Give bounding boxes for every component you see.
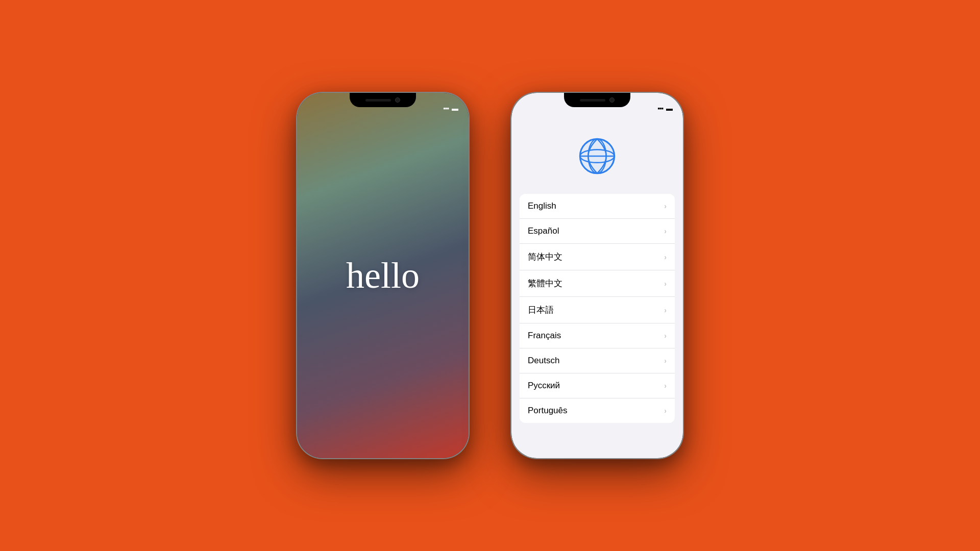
hello-label: hello [346,255,420,297]
lang-screen: ▪▪▪ ▬ [511,93,683,458]
notch [564,93,630,107]
chevron-icon: › [664,253,667,261]
battery-icon: ▬ [666,105,673,112]
chevron-icon: › [664,332,667,340]
phone-lang: ▪▪▪ ▬ [510,92,684,459]
list-item[interactable]: 日本語 › [520,297,675,323]
phone-hello: ▪▪▪ ▬ hello [296,92,470,459]
language-name: Deutsch [528,356,559,366]
list-item[interactable]: English › [520,194,675,219]
svg-point-4 [580,139,614,173]
chevron-icon: › [664,280,667,288]
language-name: Français [528,331,561,341]
camera [395,97,400,103]
speaker [580,99,605,102]
battery-icon: ▬ [452,105,458,112]
chevron-icon: › [664,357,667,365]
list-item[interactable]: Русский › [520,373,675,398]
language-name: Español [528,226,559,236]
list-item[interactable]: Español › [520,219,675,244]
language-name: English [528,201,556,211]
chevron-icon: › [664,407,667,415]
list-item[interactable]: Português › [520,398,675,423]
notch [350,93,416,107]
chevron-icon: › [664,306,667,314]
language-name: Русский [528,381,560,391]
list-item[interactable]: 简体中文 › [520,244,675,270]
speaker [365,99,391,102]
language-name: 繁體中文 [528,278,562,289]
language-name: Português [528,406,568,416]
globe-container [577,136,618,179]
language-name: 日本語 [528,304,554,316]
language-list-inner: English › Español › 简体中文 › 繁體中文 › [520,194,675,423]
hello-screen: ▪▪▪ ▬ hello [297,93,469,458]
language-name: 简体中文 [528,251,562,263]
chevron-icon: › [664,202,667,210]
camera [609,97,615,103]
signal-icon: ▪▪▪ [443,105,449,112]
chevron-icon: › [664,227,667,235]
chevron-icon: › [664,382,667,390]
language-list: English › Español › 简体中文 › 繁體中文 › [511,194,683,423]
list-item[interactable]: Français › [520,323,675,348]
signal-icon: ▪▪▪ [657,105,663,112]
list-item[interactable]: Deutsch › [520,348,675,373]
globe-icon [577,136,618,177]
lang-content: English › Español › 简体中文 › 繁體中文 › [511,115,683,458]
list-item[interactable]: 繁體中文 › [520,270,675,297]
